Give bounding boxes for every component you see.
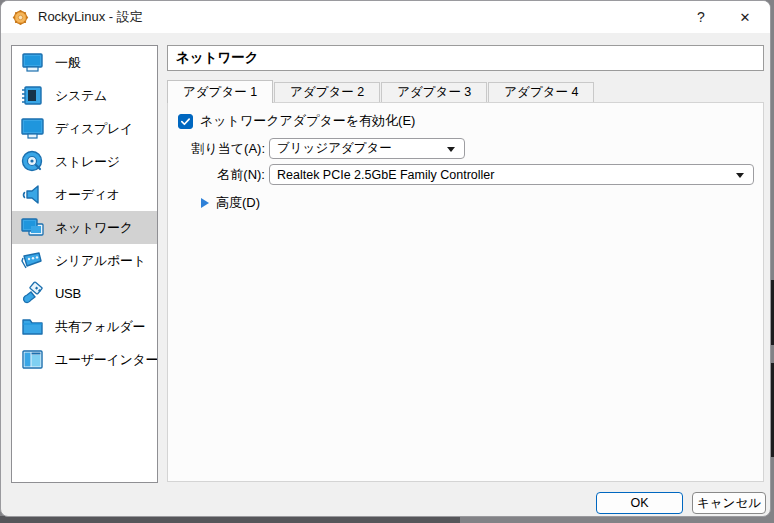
storage-icon xyxy=(19,149,46,175)
check-icon xyxy=(180,116,191,127)
sidebar-item-label: 共有フォルダー xyxy=(55,318,145,336)
sidebar-item-shared-folders[interactable]: 共有フォルダー xyxy=(12,310,157,343)
help-button[interactable]: ? xyxy=(680,1,722,33)
tab-adapter-3[interactable]: アダプター 3 xyxy=(381,82,487,102)
shared-folders-icon xyxy=(19,314,46,340)
system-icon xyxy=(19,83,46,109)
attached-to-row: 割り当て(A): ブリッジアダプター xyxy=(168,138,763,159)
chevron-down-icon xyxy=(447,147,455,152)
name-label: 名前(N): xyxy=(168,166,265,184)
sidebar-item-label: シリアルポート xyxy=(55,252,146,270)
tab-adapter-2[interactable]: アダプター 2 xyxy=(274,82,380,102)
network-icon xyxy=(19,215,46,241)
enable-adapter-label: ネットワークアダプターを有効化(E) xyxy=(200,112,415,130)
tab-adapter-1[interactable]: アダプター 1 xyxy=(167,80,273,103)
sidebar-item-label: ネットワーク xyxy=(55,219,133,237)
enable-adapter-checkbox[interactable] xyxy=(178,114,193,129)
adapter-settings-panel: ネットワークアダプターを有効化(E) 割り当て(A): ブリッジアダプター 名前… xyxy=(167,102,764,482)
tab-adapter-4[interactable]: アダプター 4 xyxy=(488,82,594,102)
attached-to-label: 割り当て(A): xyxy=(168,140,265,158)
cancel-button[interactable]: キャンセル xyxy=(692,492,766,514)
sidebar-item-system[interactable]: システム xyxy=(12,79,157,112)
name-row: 名前(N): Realtek PCIe 2.5GbE Family Contro… xyxy=(168,164,763,185)
expander-arrow-icon xyxy=(201,198,209,208)
close-button[interactable]: ✕ xyxy=(722,1,768,33)
general-icon xyxy=(19,50,46,76)
chevron-down-icon xyxy=(736,173,744,178)
sidebar-item-label: システム xyxy=(55,87,107,105)
settings-category-list: 一般 システム ディスプレイ xyxy=(11,45,158,483)
advanced-expander[interactable]: 高度(D) xyxy=(201,194,763,212)
settings-gear-icon xyxy=(12,9,29,26)
sidebar-item-label: ユーザーインターフェース xyxy=(55,351,158,369)
display-icon xyxy=(19,116,46,142)
sidebar-item-label: ストレージ xyxy=(55,153,120,171)
serial-port-icon xyxy=(19,248,46,274)
vm-settings-dialog: RockyLinux - 設定 ? ✕ 一般 システム xyxy=(0,0,771,517)
user-interface-icon xyxy=(19,347,46,373)
sidebar-item-serial-port[interactable]: シリアルポート xyxy=(12,244,157,277)
sidebar-item-label: ディスプレイ xyxy=(55,120,133,138)
background-behind-dialog xyxy=(0,516,460,523)
sidebar-item-storage[interactable]: ストレージ xyxy=(12,145,157,178)
page-title: ネットワーク xyxy=(167,45,764,71)
sidebar-item-usb[interactable]: USB xyxy=(12,277,157,310)
enable-adapter-row: ネットワークアダプターを有効化(E) xyxy=(178,112,763,130)
audio-icon xyxy=(19,182,46,208)
name-value: Realtek PCIe 2.5GbE Family Controller xyxy=(277,168,494,182)
sidebar-item-network[interactable]: ネットワーク xyxy=(12,211,157,244)
usb-icon xyxy=(19,281,46,307)
ok-button[interactable]: OK xyxy=(596,492,683,514)
sidebar-item-user-interface[interactable]: ユーザーインターフェース xyxy=(12,343,157,376)
advanced-label: 高度(D) xyxy=(216,194,260,212)
sidebar-item-label: USB xyxy=(55,286,81,301)
sidebar-item-display[interactable]: ディスプレイ xyxy=(12,112,157,145)
adapter-tabs: アダプター 1 アダプター 2 アダプター 3 アダプター 4 xyxy=(167,80,595,102)
attached-to-value: ブリッジアダプター xyxy=(277,140,392,157)
sidebar-item-label: 一般 xyxy=(55,54,80,72)
attached-to-dropdown[interactable]: ブリッジアダプター xyxy=(269,138,465,159)
name-dropdown[interactable]: Realtek PCIe 2.5GbE Family Controller xyxy=(269,164,754,185)
sidebar-item-audio[interactable]: オーディオ xyxy=(12,178,157,211)
sidebar-item-label: オーディオ xyxy=(55,186,120,204)
window-title: RockyLinux - 設定 xyxy=(38,8,143,26)
title-bar: RockyLinux - 設定 ? ✕ xyxy=(1,1,770,33)
sidebar-item-general[interactable]: 一般 xyxy=(12,46,157,79)
